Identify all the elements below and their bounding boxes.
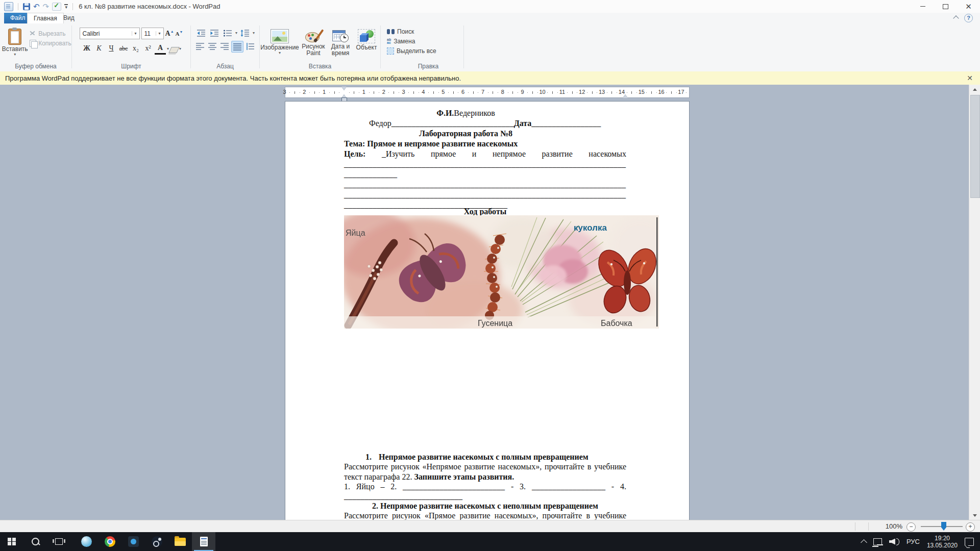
font-family-combo[interactable]: Calibri ▾ (80, 28, 140, 39)
paste-dropdown-icon: ▾ (14, 53, 16, 56)
language-indicator[interactable]: РУС (903, 532, 923, 551)
zoom-out-button[interactable]: − (906, 522, 916, 532)
tab-view[interactable]: Вид (57, 13, 81, 23)
doc-section2-body1: Рассмотрите рисунок «Прямое развитие нас… (344, 511, 626, 520)
taskbar-search-button[interactable] (23, 532, 47, 551)
grow-font-button[interactable]: A▲ (165, 30, 174, 38)
ruler-tick (493, 91, 493, 94)
highlight-button[interactable] (168, 47, 180, 53)
italic-button[interactable]: К (93, 43, 105, 54)
ruler-tick (572, 91, 573, 94)
justify-button[interactable] (231, 41, 243, 53)
vertical-scrollbar[interactable] (969, 85, 980, 520)
taskbar-app-chrome[interactable] (98, 532, 121, 551)
taskbar-app-steam[interactable] (145, 532, 168, 551)
doc-stages-line: 1.Яйцо–2._________________________-3.___… (344, 482, 626, 491)
list-button[interactable] (222, 28, 233, 38)
highlight-dropdown-icon[interactable]: ▾ (179, 47, 181, 51)
ruler-number: 2 (303, 89, 306, 95)
font-color-dropdown-icon[interactable]: ▾ (167, 47, 169, 51)
insert-image-dropdown-icon: ▾ (279, 51, 281, 55)
align-right-button[interactable] (219, 41, 230, 52)
decrease-indent-button[interactable] (195, 28, 207, 38)
ruler[interactable]: 3211234567891011121314151617 (285, 87, 690, 98)
ruler-tick (631, 91, 632, 94)
ruler-tick (349, 92, 350, 93)
maximize-button[interactable] (934, 0, 957, 13)
scroll-up-button[interactable] (969, 85, 980, 94)
paragraph-dialog-button[interactable] (244, 41, 256, 52)
font-size-combo[interactable]: 11 ▾ (141, 28, 164, 39)
windows-logo-icon (8, 538, 16, 546)
taskbar-wordpad-active[interactable] (192, 532, 215, 551)
minimize-ribbon-button[interactable] (952, 14, 960, 21)
steam-icon (152, 536, 162, 547)
zoom-in-button[interactable]: + (966, 522, 975, 532)
superscript-button[interactable]: x² (142, 43, 154, 54)
document-page[interactable]: Ф.И.Ведерников Федор____________________… (285, 101, 690, 520)
ruler-tick (300, 92, 300, 93)
right-indent-marker[interactable] (623, 94, 628, 98)
ruler-tick (329, 92, 330, 93)
find-button[interactable]: Поиск (387, 27, 414, 36)
insert-object-button[interactable]: Объект (353, 26, 380, 57)
bold-button[interactable]: Ж (81, 43, 92, 54)
start-button[interactable] (0, 532, 23, 551)
subscript-button[interactable]: x₂ (130, 43, 141, 54)
copy-button[interactable]: Копировать (30, 38, 71, 48)
doc-blank-line: _____________ (344, 169, 626, 179)
time: 19:20 (927, 535, 958, 542)
scroll-down-button[interactable] (969, 511, 980, 520)
underline-button[interactable]: Ч (106, 43, 117, 54)
wordpad-app-icon[interactable] (4, 2, 13, 11)
line-spacing-button[interactable] (239, 28, 251, 38)
save-icon[interactable] (23, 3, 30, 10)
font-color-button[interactable]: A (155, 42, 166, 55)
cut-button[interactable]: Вырезать (30, 29, 71, 38)
warning-close-icon[interactable]: ✕ (967, 74, 973, 82)
date: 13.05.2020 (927, 542, 958, 549)
insect-development-figure[interactable]: Яйца куколка Гусеница Бабочка (344, 215, 659, 329)
redo-icon[interactable]: ↷ (43, 3, 50, 10)
ruler-tick (607, 92, 607, 93)
select-all-button[interactable]: Выделить все (387, 46, 436, 56)
status-separator (855, 522, 855, 531)
align-center-button[interactable] (207, 41, 218, 52)
ruler-tick (478, 92, 478, 93)
ruler-tick (394, 91, 394, 94)
task-view-button[interactable] (47, 532, 70, 551)
update-check-icon[interactable] (52, 3, 61, 11)
tray-chevron-button[interactable] (858, 532, 870, 551)
line-spacing-dropdown-icon[interactable]: ▾ (253, 28, 255, 38)
close-button[interactable]: ✕ (957, 0, 980, 13)
zoom-slider-thumb[interactable] (941, 522, 946, 531)
date-time-button[interactable]: Дата ивремя (328, 26, 353, 57)
paste-button[interactable]: Вставить ▾ (0, 26, 30, 56)
network-status[interactable] (870, 532, 886, 551)
replace-button[interactable]: abac Замена (387, 36, 415, 46)
align-left-button[interactable] (194, 41, 206, 52)
first-line-indent-marker[interactable] (341, 87, 347, 90)
insert-image-button[interactable]: Изображение ▾ (260, 26, 299, 57)
ruler-tick (592, 91, 593, 94)
clock[interactable]: 19:2013.05.2020 (923, 532, 961, 551)
strikethrough-button[interactable]: abc (118, 43, 129, 54)
scrollbar-thumb[interactable] (970, 95, 980, 198)
app-icon-3 (128, 536, 139, 547)
ruler-tick (587, 92, 587, 93)
minimize-button[interactable] (911, 0, 934, 13)
list-dropdown-icon[interactable]: ▾ (235, 28, 237, 38)
increase-indent-button[interactable] (209, 28, 220, 38)
help-button[interactable]: ? (964, 14, 973, 22)
volume-status[interactable] (886, 532, 903, 551)
taskbar-app-3[interactable] (121, 532, 145, 551)
doc-line-lab-title: Лабораторная работа №8 (344, 129, 626, 138)
action-center-button[interactable] (961, 532, 980, 551)
shrink-font-button[interactable]: A▼ (176, 30, 183, 37)
binoculars-icon (387, 29, 395, 34)
paint-drawing-button[interactable]: РисунокPaint (299, 26, 328, 57)
qat-customize-icon[interactable]: ▾ (64, 4, 68, 9)
taskbar-app-1[interactable] (75, 532, 98, 551)
taskbar-file-explorer[interactable] (168, 532, 192, 551)
undo-icon[interactable]: ↶ (33, 3, 40, 10)
